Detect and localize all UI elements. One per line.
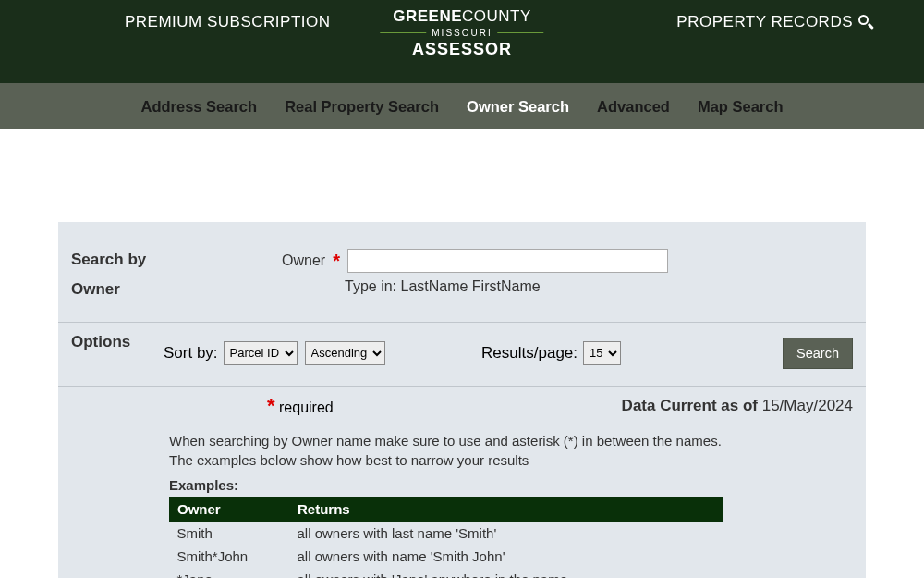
table-row: *Janeall owners with 'Jane' anywhere in …: [170, 568, 723, 578]
owner-input[interactable]: [347, 249, 668, 273]
required-note: * required: [71, 396, 334, 416]
examples-table: Owner Returns Smithall owners with last …: [169, 497, 723, 578]
examples-p2: The examples below show how best to narr…: [169, 452, 853, 468]
data-current-as-of: Data Current as of 15/May/2024: [622, 397, 853, 415]
tab-advanced[interactable]: Advanced: [597, 98, 670, 116]
tab-map-search[interactable]: Map Search: [698, 98, 784, 116]
sort-by-label: Sort by:: [164, 344, 218, 363]
sort-field-select[interactable]: Parcel ID: [224, 341, 298, 365]
owner-field-label: Owner: [282, 252, 325, 269]
info-row: * required Data Current as of 15/May/202…: [58, 387, 866, 416]
premium-subscription-link[interactable]: PREMIUM SUBSCRIPTION: [125, 13, 331, 31]
logo-bar-left: [380, 32, 426, 33]
logo-county: COUNTY: [462, 7, 531, 25]
logo-role: ASSESSOR: [380, 40, 543, 59]
examples-header: Examples:: [169, 477, 853, 493]
logo-state: MISSOURI: [432, 28, 492, 38]
options-row: Options Sort by: Parcel ID Ascending Res…: [58, 323, 866, 387]
property-records-label: PROPERTY RECORDS: [676, 13, 853, 31]
results-per-page-select[interactable]: 15: [583, 341, 621, 365]
examples-p1: When searching by Owner name make sure t…: [169, 433, 853, 449]
logo-greene: GREENE: [393, 7, 462, 25]
col-owner: Owner: [170, 497, 290, 521]
top-header: PREMIUM SUBSCRIPTION GREENECOUNTY MISSOU…: [0, 0, 924, 83]
tab-address-search[interactable]: Address Search: [140, 98, 257, 116]
table-row: Smithall owners with last name 'Smith': [170, 521, 723, 545]
search-by-row: Search by Owner Owner * Type in: LastNam…: [58, 245, 866, 323]
required-star-icon: *: [333, 252, 340, 270]
section-label-options: Options: [71, 323, 164, 369]
tab-owner-search[interactable]: Owner Search: [467, 98, 569, 116]
search-icon: [858, 15, 873, 30]
tab-real-property-search[interactable]: Real Property Search: [285, 98, 439, 116]
logo-bar-right: [498, 32, 544, 33]
table-row: Smith*Johnall owners with name 'Smith Jo…: [170, 545, 723, 568]
results-per-page-label: Results/page:: [481, 344, 578, 363]
col-returns: Returns: [290, 497, 723, 521]
main-nav: Address Search Real Property Search Owne…: [0, 83, 924, 129]
examples-section: When searching by Owner name make sure t…: [58, 416, 866, 578]
sort-direction-select[interactable]: Ascending: [305, 341, 385, 365]
site-logo[interactable]: GREENECOUNTY MISSOURI ASSESSOR: [380, 7, 543, 59]
search-button[interactable]: Search: [783, 338, 853, 369]
section-label-search-by: Search by Owner: [71, 245, 164, 305]
property-records-link[interactable]: PROPERTY RECORDS: [676, 13, 873, 31]
search-panel: Search by Owner Owner * Type in: LastNam…: [58, 222, 866, 578]
owner-hint: Type in: LastName FirstName: [164, 278, 853, 295]
